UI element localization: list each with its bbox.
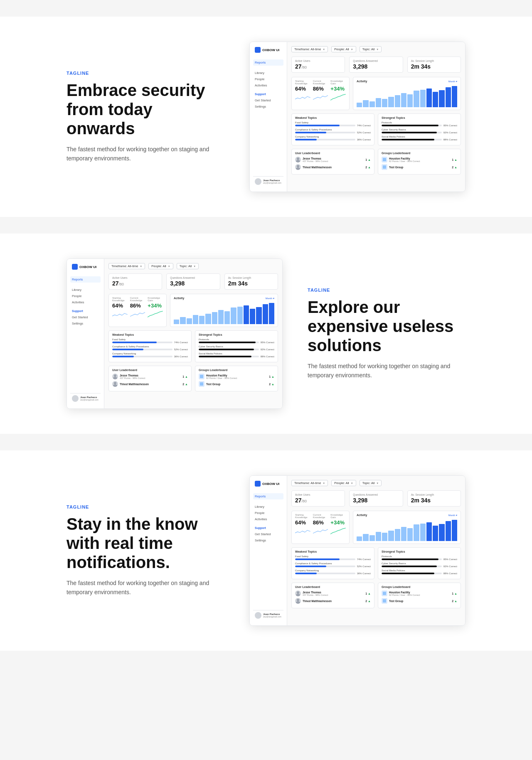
sidebar-item-activities[interactable]: Activities (253, 516, 283, 522)
user-avatar (255, 612, 261, 619)
topic-arrow: ▼ (376, 48, 379, 51)
topic-bar-row: 92% Correct (382, 565, 457, 568)
filter-people[interactable]: People: All ▼ (148, 263, 173, 269)
user-info: Joan Pacheco any@anygmail.com (80, 396, 99, 401)
heading-2: Explore our expensive useless solutions (308, 298, 466, 355)
sidebar-item-library[interactable]: Library (253, 70, 283, 76)
filter-people[interactable]: People: All ▼ (331, 46, 356, 52)
tagline-3: TAGLINE (66, 504, 224, 509)
weak-topic-item: Compliance & Safety Procedures 52% Corre… (295, 128, 371, 134)
topic-pct: 74% Correct (174, 341, 188, 344)
filter-timeframe[interactable]: Timeframe: All-time ▼ (291, 46, 328, 52)
questions-label: Questions Answered (353, 493, 399, 496)
strongest-topics: Strongest Topics Protocols 95% Correct C… (378, 113, 461, 145)
dash-sidebar: OXBOW UI Reports Library People Activiti… (250, 476, 287, 625)
dash-filters: Timeframe: All-time ▼ People: All ▼ Topi… (108, 263, 278, 269)
group-name: Houston Facility (389, 591, 450, 594)
strong-topic-item: Cyber Security Basics 92% Correct (382, 562, 457, 568)
filter-people[interactable]: People: All ▼ (331, 480, 356, 486)
topic-bar-fill (295, 573, 317, 574)
strong-topic-item: Protocols 95% Correct (199, 338, 274, 344)
logo-icon (72, 264, 78, 270)
active-users-value: 27/80 (295, 63, 341, 70)
stat-session: Av. Session Length 2m 34s (407, 490, 461, 507)
topic-bar-bg (112, 342, 172, 343)
activity-period[interactable]: Month ▾ (448, 80, 457, 83)
filter-topic[interactable]: Topic: All ▼ (177, 263, 199, 269)
filter-timeframe[interactable]: Timeframe: All-time ▼ (291, 480, 328, 486)
sidebar-item-people[interactable]: People (70, 293, 101, 299)
sidebar-item-reports[interactable]: Reports (253, 493, 283, 499)
user-leaderboard-title: User Leaderboard (112, 369, 188, 371)
topic-pct: 92% Correct (261, 348, 274, 351)
strongest-topics-title: Strongest Topics (199, 333, 274, 336)
bar (420, 524, 426, 541)
active-users-label: Active Users (295, 59, 341, 62)
leader-rank: 1 ▲ (365, 158, 371, 161)
topic-pct: 92% Correct (443, 131, 457, 134)
svg-point-12 (297, 591, 299, 594)
bar (395, 529, 400, 541)
active-users-label: Active Users (112, 276, 158, 279)
filter-topic[interactable]: Topic: All ▼ (360, 480, 382, 486)
topic-bar-fill (295, 558, 340, 560)
sidebar-item-activities[interactable]: Activities (70, 299, 101, 305)
sidebar-item-people[interactable]: People (253, 510, 283, 516)
dash-filters: Timeframe: All-time ▼ People: All ▼ Topi… (291, 46, 461, 52)
sidebar-item-get-started[interactable]: Get Started (253, 531, 283, 537)
bar (237, 307, 243, 324)
svg-rect-16 (383, 592, 386, 595)
stat-session: Av. Session Length 2m 34s (224, 273, 278, 290)
sidebar-item-library[interactable]: Library (70, 287, 101, 293)
sidebar-item-settings[interactable]: Settings (253, 103, 283, 110)
timeframe-arrow: ▼ (323, 48, 325, 51)
topic-bar-row: 95% Correct (199, 341, 274, 344)
sidebar-section-label-support: Support (70, 310, 101, 312)
activity-period[interactable]: Month ▾ (266, 297, 274, 300)
logo-icon (255, 47, 261, 53)
topic-pct: 36% Correct (357, 138, 371, 141)
group-avatar (199, 381, 204, 387)
filter-topic[interactable]: Topic: All ▼ (360, 46, 382, 52)
sidebar-item-reports[interactable]: Reports (70, 276, 101, 283)
user-info: Joan Pacheco any@anygmail.com (263, 613, 282, 618)
topic-name: Food Safety (295, 555, 371, 558)
session-value: 2m 34s (411, 497, 457, 504)
topic-bar-fill (382, 558, 438, 560)
svg-rect-11 (200, 382, 203, 386)
sidebar-item-library[interactable]: Library (253, 504, 283, 510)
sidebar-item-people[interactable]: People (253, 76, 283, 82)
dash-logo: OXBOW UI (70, 264, 101, 270)
questions-value: 3,298 (353, 497, 399, 504)
bar (376, 98, 381, 107)
sidebar-item-get-started[interactable]: Get Started (70, 314, 101, 320)
groups-leaderboard-title: Groups Leaderboard (199, 369, 274, 371)
sidebar-item-settings[interactable]: Settings (70, 320, 101, 327)
know-starting-value: 64% (295, 519, 310, 526)
topic-bar-row: 52% Correct (295, 565, 371, 568)
sidebar-item-activities[interactable]: Activities (253, 82, 283, 89)
bar (388, 531, 394, 541)
bar (212, 312, 217, 324)
session-label: Av. Session Length (411, 59, 457, 62)
bar (414, 524, 419, 541)
filter-timeframe[interactable]: Timeframe: All-time ▼ (108, 263, 145, 269)
leader-name: Jesse Thomas (303, 591, 364, 594)
topic-bar-bg (382, 139, 442, 140)
group-name: Test Group (206, 383, 267, 386)
bar (269, 303, 274, 324)
group-rank-arrow: ▲ (454, 600, 457, 603)
know-starting-value: 64% (112, 303, 128, 309)
group-info: Houston Facility 62 Points / User - 96% … (389, 157, 450, 162)
topic-bar-fill (295, 132, 326, 133)
topic-pct: 52% Correct (357, 131, 371, 134)
sidebar-item-settings[interactable]: Settings (253, 537, 283, 544)
leader-info: Jesse Thomas 437 Points - 98% Correct (120, 374, 181, 379)
group-leader-item: Houston Facility 62 Points / User - 96% … (382, 590, 457, 596)
sidebar-item-reports[interactable]: Reports (253, 59, 283, 66)
group-avatar (199, 374, 204, 379)
sidebar-item-get-started[interactable]: Get Started (253, 97, 283, 103)
activity-period[interactable]: Month ▾ (448, 514, 457, 517)
leader-info: Thivut Matthiashessen (303, 166, 364, 169)
bar (187, 318, 192, 324)
